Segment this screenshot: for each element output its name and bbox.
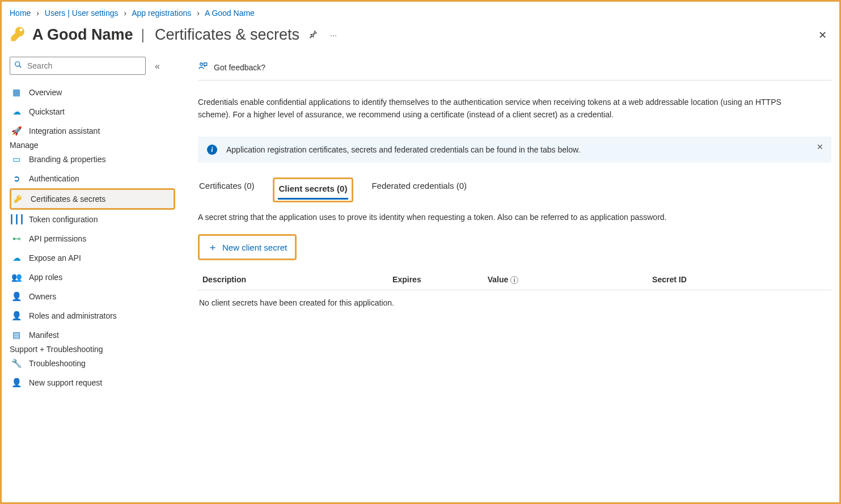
cloud-icon: ☁ — [11, 107, 22, 117]
sidebar-menu-support: 🔧 Troubleshooting 👤 New support request — [10, 354, 175, 392]
feedback-icon — [198, 61, 208, 73]
title-divider: | — [141, 27, 145, 43]
banner-close-icon[interactable]: ✕ — [817, 142, 823, 151]
wrench-icon: 🔧 — [11, 358, 22, 369]
breadcrumb-home[interactable]: Home — [10, 9, 31, 18]
sidebar-item-label: Integration assistant — [29, 126, 100, 135]
plus-icon: ＋ — [208, 240, 218, 254]
sidebar-item-branding[interactable]: ▭ Branding & properties — [10, 150, 175, 169]
pin-icon[interactable] — [305, 27, 321, 43]
empty-state: No client secrets have been created for … — [198, 290, 831, 315]
sidebar-menu-top: ▦ Overview ☁ Quickstart 🚀 Integration as… — [10, 83, 175, 141]
sidebar-item-token-config[interactable]: ┃┃┃ Token configuration — [10, 210, 175, 229]
main-content: Got feedback? Credentials enable confide… — [175, 57, 831, 392]
sidebar-item-manifest[interactable]: ▤ Manifest — [10, 325, 175, 345]
sidebar-item-label: Authentication — [29, 174, 79, 183]
key-icon — [10, 26, 27, 44]
breadcrumb-sep: › — [197, 9, 200, 18]
sidebar-item-label: App roles — [29, 273, 62, 282]
sidebar-item-label: Certificates & secrets — [31, 194, 105, 204]
sidebar-item-overview[interactable]: ▦ Overview — [10, 83, 175, 102]
permissions-icon: ⊷ — [11, 234, 22, 244]
sidebar-item-quickstart[interactable]: ☁ Quickstart — [10, 102, 175, 121]
col-value: Valuei — [483, 269, 648, 290]
cloud-api-icon: ☁ — [11, 253, 22, 263]
intro-text: Credentials enable confidential applicat… — [198, 96, 793, 121]
button-highlight: ＋ New client secret — [198, 234, 297, 260]
button-label: New client secret — [222, 243, 287, 252]
tab-certificates[interactable]: Certificates (0) — [198, 177, 256, 202]
admin-icon: 👤 — [11, 311, 22, 321]
sidebar-item-troubleshooting[interactable]: 🔧 Troubleshooting — [10, 354, 175, 373]
sidebar-item-new-support[interactable]: 👤 New support request — [10, 373, 175, 392]
new-client-secret-button[interactable]: ＋ New client secret — [200, 236, 295, 259]
breadcrumb-current[interactable]: A Good Name — [205, 9, 255, 18]
col-expires: Expires — [388, 269, 483, 290]
search-input[interactable] — [10, 57, 146, 75]
sidebar-menu-manage: ▭ Branding & properties ➲ Authentication… — [10, 150, 175, 345]
sidebar-item-api-permissions[interactable]: ⊷ API permissions — [10, 229, 175, 248]
search-icon — [14, 61, 22, 70]
support-icon: 👤 — [11, 378, 22, 388]
sidebar-item-label: API permissions — [29, 234, 86, 243]
col-secret-id: Secret ID — [648, 269, 831, 290]
sidebar: « ▦ Overview ☁ Quickstart 🚀 Integration … — [10, 57, 175, 392]
svg-point-2 — [200, 63, 203, 66]
svg-point-0 — [15, 62, 20, 66]
tab-client-secrets[interactable]: Client secrets (0) — [278, 180, 349, 200]
secrets-table: Description Expires Valuei Secret ID — [198, 269, 831, 290]
breadcrumb-sep: › — [36, 9, 39, 18]
info-icon: i — [207, 145, 217, 155]
sidebar-heading-support: Support + Troubleshooting — [10, 345, 175, 354]
col-description: Description — [198, 269, 388, 290]
card-icon: ▭ — [11, 154, 22, 164]
search-wrap — [10, 57, 146, 75]
sidebar-item-certificates-secrets[interactable]: Certificates & secrets — [11, 190, 174, 208]
close-icon[interactable]: ✕ — [818, 29, 827, 41]
sidebar-item-owners[interactable]: 👤 Owners — [10, 287, 175, 306]
sidebar-item-label: Quickstart — [29, 107, 65, 116]
tab-federated[interactable]: Federated credentials (0) — [370, 177, 468, 202]
owners-icon: 👤 — [11, 291, 22, 302]
page-title: A Good Name — [32, 26, 133, 44]
more-icon[interactable]: ··· — [327, 28, 340, 42]
key-icon — [12, 194, 24, 204]
bars-icon: ┃┃┃ — [11, 214, 22, 225]
sidebar-item-label: Branding & properties — [29, 155, 105, 164]
page-header: A Good Name | Certificates & secrets ··· — [10, 23, 831, 57]
sidebar-heading-manage: Manage — [10, 141, 175, 150]
breadcrumb-users[interactable]: Users | User settings — [45, 9, 119, 18]
tabs: Certificates (0) Client secrets (0) Fede… — [198, 177, 831, 202]
tab-description: A secret string that the application use… — [198, 213, 831, 222]
page-subtitle: Certificates & secrets — [155, 26, 299, 44]
sidebar-item-label: Roles and administrators — [29, 311, 117, 320]
sidebar-item-roles-admins[interactable]: 👤 Roles and administrators — [10, 306, 175, 325]
roles-icon: 👥 — [11, 272, 22, 282]
sidebar-item-label: Manifest — [29, 331, 59, 340]
sidebar-item-label: Owners — [29, 292, 56, 301]
sidebar-item-label: New support request — [29, 378, 102, 387]
breadcrumb-appreg[interactable]: App registrations — [132, 9, 191, 18]
sidebar-item-label: Overview — [29, 88, 62, 97]
info-badge-icon[interactable]: i — [510, 276, 518, 284]
breadcrumb: Home › Users | User settings › App regis… — [10, 6, 831, 23]
info-banner: i Application registration certificates,… — [198, 137, 831, 163]
collapse-sidebar-icon[interactable]: « — [151, 58, 163, 75]
manifest-icon: ▤ — [11, 330, 22, 340]
sidebar-item-label: Token configuration — [29, 215, 98, 224]
sidebar-item-label: Troubleshooting — [29, 359, 86, 368]
sidebar-item-app-roles[interactable]: 👥 App roles — [10, 268, 175, 287]
tab-highlight: Client secrets (0) — [273, 177, 354, 202]
toolbar: Got feedback? — [198, 57, 831, 81]
sidebar-item-integration-assistant[interactable]: 🚀 Integration assistant — [10, 121, 175, 141]
rocket-icon: 🚀 — [11, 126, 22, 136]
breadcrumb-sep: › — [124, 9, 126, 18]
auth-icon: ➲ — [11, 173, 22, 184]
feedback-button[interactable]: Got feedback? — [214, 63, 265, 72]
sidebar-item-label: Expose an API — [29, 253, 81, 262]
sidebar-item-authentication[interactable]: ➲ Authentication — [10, 169, 175, 188]
banner-text: Application registration certificates, s… — [226, 145, 580, 154]
grid-icon: ▦ — [11, 87, 22, 98]
svg-line-1 — [19, 66, 22, 68]
sidebar-item-expose-api[interactable]: ☁ Expose an API — [10, 248, 175, 268]
